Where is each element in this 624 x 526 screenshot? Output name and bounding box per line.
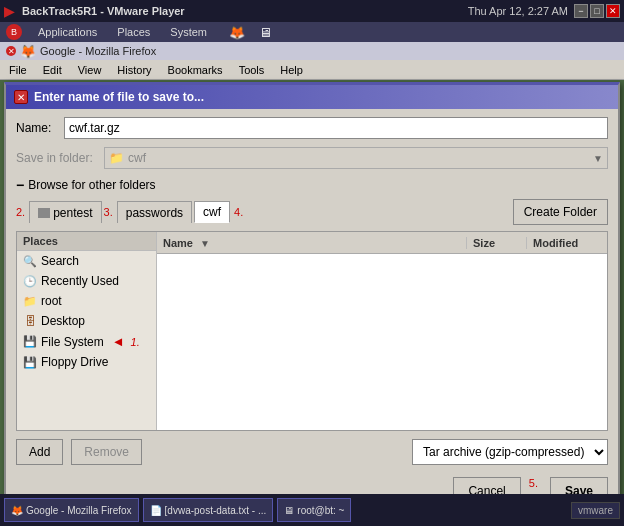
places-item-floppy[interactable]: 💾 Floppy Drive xyxy=(17,352,156,372)
taskbar-bottom: 🦊 Google - Mozilla Firefox 📄 [dvwa-post-… xyxy=(0,494,624,526)
menu-file[interactable]: File xyxy=(6,62,30,78)
taskbar-title: BackTrack5R1 - VMware Player xyxy=(22,5,185,17)
menu-help[interactable]: Help xyxy=(277,62,306,78)
places-label-recently-used: Recently Used xyxy=(41,274,119,288)
filesystem-icon: 💾 xyxy=(23,335,37,349)
create-folder-button[interactable]: Create Folder xyxy=(513,199,608,225)
taskbar-datetime: Thu Apr 12, 2:27 AM xyxy=(468,5,568,17)
add-button[interactable]: Add xyxy=(16,439,63,465)
file-browser: Places 🔍 Search 🕒 Recently Used 📁 root xyxy=(16,231,608,431)
dialog-titlebar: ✕ Enter name of file to save to... xyxy=(6,85,618,109)
menu-edit[interactable]: Edit xyxy=(40,62,65,78)
folder-row: Save in folder: 📁 cwf ▼ xyxy=(16,147,608,169)
taskbar-app-terminal[interactable]: 🖥 root@bt: ~ xyxy=(277,498,351,522)
search-icon: 🔍 xyxy=(23,254,37,268)
folder-value: cwf xyxy=(128,151,146,165)
app-menubar: B Applications Places System 🦊 🖥 xyxy=(0,22,624,42)
folder-icon: 📁 xyxy=(109,151,124,165)
window-controls: − □ ✕ xyxy=(574,4,620,18)
bt-logo: B xyxy=(6,24,22,40)
bottom-controls-row: Add Remove Tar archive (gzip-compressed) xyxy=(16,439,608,465)
dialog-content: Name: Save in folder: 📁 cwf ▼ − Browse f… xyxy=(6,109,618,515)
places-label-floppy: Floppy Drive xyxy=(41,355,108,369)
bc-tab-passwords[interactable]: passwords xyxy=(117,201,192,223)
col-name: Name ▼ xyxy=(157,237,467,249)
firefox-icon[interactable]: 🦊 xyxy=(229,25,245,40)
bc-tab-pentest[interactable]: pentest xyxy=(29,201,101,223)
breadcrumb-row: 2. pentest 3. passwords cwf 4. Create Fo… xyxy=(16,199,608,225)
dialog-close-btn[interactable]: ✕ xyxy=(14,90,28,104)
name-input[interactable] xyxy=(64,117,608,139)
desktop-icon: 🗄 xyxy=(23,314,37,328)
close-btn[interactable]: ✕ xyxy=(606,4,620,18)
taskbar-app-firefox[interactable]: 🦊 Google - Mozilla Firefox xyxy=(4,498,139,522)
file-list-area: Name ▼ Size Modified xyxy=(157,232,607,430)
terminal-tb-icon: 🖥 xyxy=(284,505,294,516)
folder-label: Save in folder: xyxy=(16,151,96,165)
filesystem-arrow: ◄ xyxy=(112,334,125,349)
file-list-header: Name ▼ Size Modified xyxy=(157,232,607,254)
format-dropdown[interactable]: Tar archive (gzip-compressed) xyxy=(412,439,608,465)
remove-button[interactable]: Remove xyxy=(71,439,142,465)
bc-num-3: 3. xyxy=(104,206,113,218)
save-dialog: ✕ Enter name of file to save to... Name:… xyxy=(4,82,620,517)
firefox-tabbar: ✕ 🦊 Google - Mozilla Firefox xyxy=(0,42,624,60)
name-row: Name: xyxy=(16,117,608,139)
minimize-btn[interactable]: − xyxy=(574,4,588,18)
places-header: Places xyxy=(17,232,156,251)
format-select-group: Tar archive (gzip-compressed) xyxy=(412,439,608,465)
file-list-content xyxy=(157,254,607,430)
folder-dropdown[interactable]: 📁 cwf ▼ xyxy=(104,147,608,169)
firefox-tb-icon: 🦊 xyxy=(11,505,23,516)
root-folder-icon: 📁 xyxy=(23,294,37,308)
terminal-icon[interactable]: 🖥 xyxy=(259,25,272,40)
menu-view[interactable]: View xyxy=(75,62,105,78)
annotation-1: 1. xyxy=(131,336,140,348)
firefox-favicon: 🦊 xyxy=(20,44,36,59)
places-item-filesystem[interactable]: 💾 File System ◄ 1. xyxy=(17,331,156,352)
places-label-root: root xyxy=(41,294,62,308)
editor-tb-label: [dvwa-post-data.txt - ... xyxy=(165,505,267,516)
col-size: Size xyxy=(467,237,527,249)
floppy-icon: 💾 xyxy=(23,355,37,369)
browse-label: − Browse for other folders xyxy=(16,177,608,193)
browse-text: Browse for other folders xyxy=(28,178,155,192)
vmware-label: vmware xyxy=(571,502,620,519)
places-label-desktop: Desktop xyxy=(41,314,85,328)
taskbar-right: Thu Apr 12, 2:27 AM − □ ✕ xyxy=(468,4,620,18)
places-item-search[interactable]: 🔍 Search xyxy=(17,251,156,271)
bc-num-4: 4. xyxy=(234,206,243,218)
taskbar-top: ▶ BackTrack5R1 - VMware Player Thu Apr 1… xyxy=(0,0,624,22)
vmware-logo: ▶ xyxy=(4,4,14,19)
menu-system[interactable]: System xyxy=(166,24,211,40)
places-item-desktop[interactable]: 🗄 Desktop xyxy=(17,311,156,331)
terminal-tb-label: root@bt: ~ xyxy=(297,505,344,516)
folder-dropdown-arrow: ▼ xyxy=(593,153,603,164)
browse-toggle[interactable]: − xyxy=(16,177,24,193)
col-name-label: Name xyxy=(163,237,193,249)
menu-bookmarks[interactable]: Bookmarks xyxy=(165,62,226,78)
bc-tab-cwf[interactable]: cwf xyxy=(194,201,230,223)
taskbar-app-editor[interactable]: 📄 [dvwa-post-data.txt - ... xyxy=(143,498,274,522)
bc-label-pentest: pentest xyxy=(53,206,92,220)
menu-places[interactable]: Places xyxy=(113,24,154,40)
recently-used-icon: 🕒 xyxy=(23,274,37,288)
bc-num-2: 2. xyxy=(16,206,25,218)
firefox-tb-label: Google - Mozilla Firefox xyxy=(26,505,132,516)
file-menubar: File Edit View History Bookmarks Tools H… xyxy=(0,60,624,80)
menu-history[interactable]: History xyxy=(114,62,154,78)
firefox-tab-title: Google - Mozilla Firefox xyxy=(40,45,156,57)
menu-applications[interactable]: Applications xyxy=(34,24,101,40)
name-label: Name: xyxy=(16,121,56,135)
bc-label-cwf: cwf xyxy=(203,205,221,219)
bc-label-passwords: passwords xyxy=(126,206,183,220)
places-item-recently-used[interactable]: 🕒 Recently Used xyxy=(17,271,156,291)
places-panel: Places 🔍 Search 🕒 Recently Used 📁 root xyxy=(17,232,157,430)
places-label-search: Search xyxy=(41,254,79,268)
places-item-root[interactable]: 📁 root xyxy=(17,291,156,311)
maximize-btn[interactable]: □ xyxy=(590,4,604,18)
dialog-title: Enter name of file to save to... xyxy=(34,90,204,104)
menu-tools[interactable]: Tools xyxy=(236,62,268,78)
col-sort-arrow: ▼ xyxy=(196,238,214,249)
tab-close-btn[interactable]: ✕ xyxy=(6,46,16,56)
